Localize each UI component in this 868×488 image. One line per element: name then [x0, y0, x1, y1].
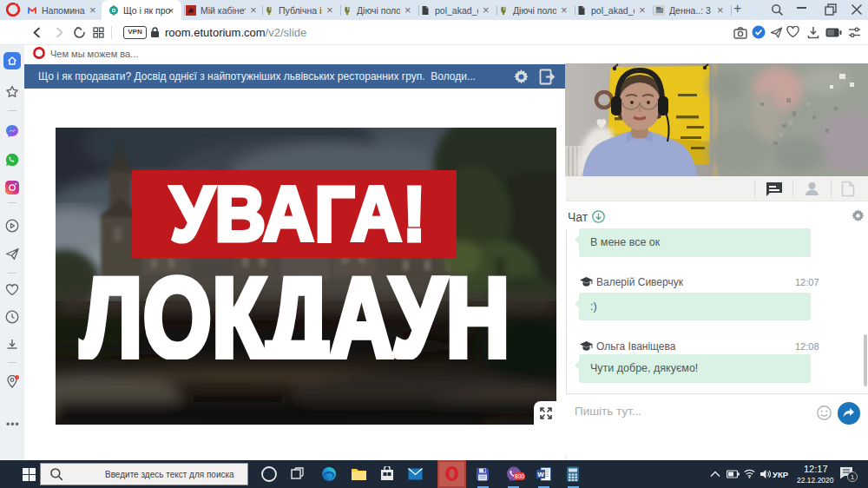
svg-text:W: W — [537, 471, 544, 478]
